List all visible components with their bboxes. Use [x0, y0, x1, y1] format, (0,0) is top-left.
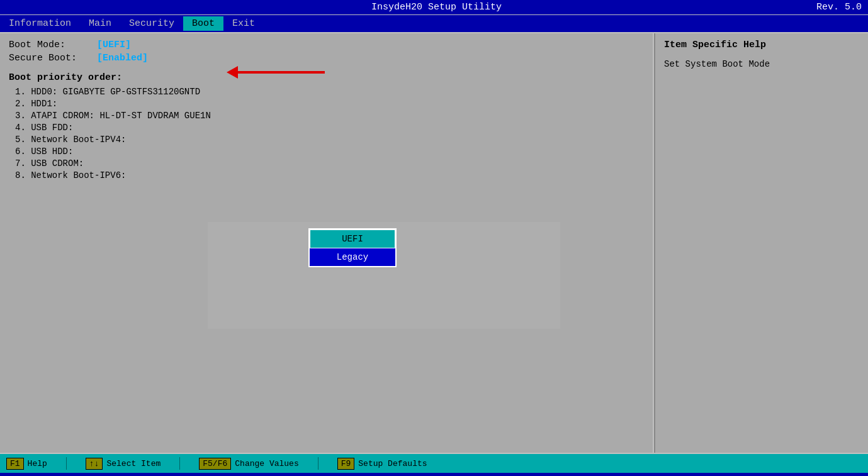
boot-priority-header: Boot priority order: — [9, 72, 644, 83]
secure-boot-row: Secure Boot: [Enabled] — [9, 53, 644, 64]
status-divider-1 — [179, 457, 180, 470]
status-key-3: F9 — [337, 458, 355, 470]
status-key-0: F1 — [6, 458, 24, 470]
boot-list-item[interactable]: 4. USB FDD: — [15, 123, 644, 133]
right-panel: Item Specific Help Set System Boot Mode — [654, 33, 868, 453]
boot-list-item[interactable]: 3. ATAPI CDROM: HL-DT-ST DVDRAM GUE1N — [15, 111, 644, 121]
status-label-3: Setup Defaults — [358, 459, 427, 468]
status-label-0: Help — [28, 459, 47, 468]
arrow-line — [237, 71, 325, 74]
dropdown-option-legacy[interactable]: Legacy — [310, 248, 395, 266]
boot-list-item[interactable]: 8. Network Boot-IPV6: — [15, 170, 644, 180]
help-text: Set System Boot Mode — [664, 58, 859, 71]
boot-priority-list: 1. HDD0: GIGABYTE GP-GSTFS31120GNTD2. HD… — [9, 87, 644, 180]
status-label-2: Change Values — [235, 459, 298, 468]
boot-list-item[interactable]: 7. USB CDROM: — [15, 158, 644, 169]
app-title: InsydeH20 Setup Utility — [57, 2, 816, 13]
boot-mode-label: Boot Mode: — [9, 40, 97, 50]
main-layout: Boot Mode: [UEFI] Secure Boot: [Enabled]… — [0, 33, 868, 453]
status-divider-0 — [66, 457, 67, 470]
help-title: Item Specific Help — [664, 40, 859, 50]
menu-item-boot[interactable]: Boot — [183, 16, 223, 31]
left-panel: Boot Mode: [UEFI] Secure Boot: [Enabled]… — [0, 33, 654, 453]
status-divider-2 — [318, 457, 318, 470]
status-label-1: Select Item — [106, 459, 161, 468]
menu-item-information[interactable]: Information — [0, 16, 80, 31]
menu-item-main[interactable]: Main — [80, 16, 120, 31]
status-key-2: F5/F6 — [199, 458, 231, 470]
boot-list-item[interactable]: 6. USB HDD: — [15, 147, 644, 157]
boot-mode-row: Boot Mode: [UEFI] — [9, 40, 644, 50]
menu-item-exit[interactable]: Exit — [223, 16, 264, 31]
arrow-annotation — [227, 66, 325, 79]
dropdown-option-uefi[interactable]: UEFI — [310, 230, 395, 248]
boot-list-item[interactable]: 2. HDD1: — [15, 99, 644, 109]
title-bar: InsydeH20 Setup Utility Rev. 5.0 — [0, 0, 868, 15]
boot-mode-dropdown[interactable]: UEFILegacy — [308, 228, 397, 267]
status-item-2: F5/F6Change Values — [199, 458, 298, 470]
status-item-0: F1Help — [6, 458, 47, 470]
menu-item-security[interactable]: Security — [120, 16, 183, 31]
boot-mode-value[interactable]: [UEFI] — [97, 40, 131, 50]
boot-list-item[interactable]: 5. Network Boot-IPV4: — [15, 135, 644, 145]
secure-boot-value[interactable]: [Enabled] — [97, 53, 148, 64]
secure-boot-label: Secure Boot: — [9, 53, 97, 64]
menu-bar: InformationMainSecurityBootExit — [0, 15, 868, 33]
status-item-3: F9Setup Defaults — [337, 458, 427, 470]
status-item-1: ↑↓Select Item — [86, 458, 161, 470]
boot-list-item[interactable]: 1. HDD0: GIGABYTE GP-GSTFS31120GNTD — [15, 87, 644, 97]
status-key-1: ↑↓ — [86, 458, 103, 470]
status-bar: F1Help↑↓Select ItemF5/F6Change ValuesF9S… — [0, 453, 868, 473]
revision-text: Rev. 5.0 — [816, 2, 862, 13]
